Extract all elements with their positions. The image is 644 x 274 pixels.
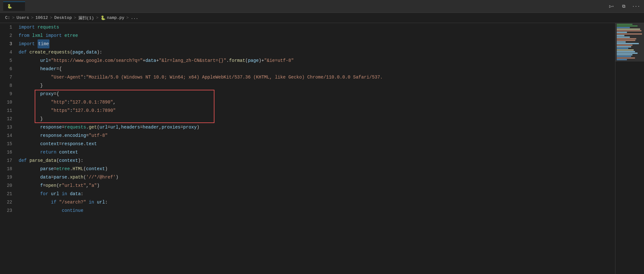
breadcrumb: C: > Users > 10612 > Desktop > 漏扫(1) > 🐍… — [0, 13, 644, 23]
line-number-5: 5 — [0, 56, 12, 65]
minimap-line — [617, 25, 638, 27]
code-line-22: if "/search?" in url: — [16, 198, 615, 206]
code-line-8: } — [16, 81, 615, 90]
code-line-14: response.encoding="utf-8" — [16, 131, 615, 140]
minimap-line — [617, 35, 624, 36]
minimap-line — [617, 37, 630, 38]
code-line-4: def create_requests(page,data): — [16, 48, 615, 56]
breadcrumb-folder[interactable]: 漏扫(1) — [78, 15, 94, 21]
line-number-23: 23 — [0, 206, 12, 215]
code-line-1: import requests — [16, 23, 615, 31]
code-line-10: "http":"127.0.0.1:7890", — [16, 98, 615, 106]
code-line-16: return context — [16, 148, 615, 156]
minimap-line — [617, 46, 631, 47]
minimap-line — [617, 24, 632, 25]
minimap-line — [617, 45, 632, 46]
line-number-12: 12 — [0, 115, 12, 123]
run-button[interactable]: ▷ ▾ — [607, 2, 616, 11]
run-chevron-icon: ▾ — [612, 4, 614, 8]
run-icon: ▷ — [609, 4, 612, 9]
minimap-line — [617, 43, 639, 44]
line-number-20: 20 — [0, 181, 12, 190]
code-line-12: } — [16, 115, 615, 123]
line-number-2: 2 — [0, 31, 12, 40]
breadcrumb-ellipsis[interactable]: ... — [131, 15, 138, 20]
minimap-line — [617, 54, 632, 55]
code-line-19: data=parse.xpath('//*/@href') — [16, 173, 615, 181]
code-line-17: def parse_data(context): — [16, 156, 615, 165]
more-actions-button[interactable]: ··· — [631, 2, 641, 11]
minimap-line — [617, 51, 635, 52]
code-line-11: "https":"127.0.0.1:7890" — [16, 106, 615, 115]
code-line-15: context=response.text — [16, 140, 615, 148]
minimap-line — [617, 53, 638, 54]
line-number-4: 4 — [0, 48, 12, 56]
breadcrumb-sep-1: > — [12, 15, 15, 20]
breadcrumb-user[interactable]: 10612 — [35, 15, 48, 20]
line-number-9: 9 — [0, 90, 12, 98]
line-number-17: 17 — [0, 156, 12, 165]
breadcrumb-drive[interactable]: C: — [5, 15, 10, 20]
breadcrumb-sep-2: > — [31, 15, 33, 20]
code-line-6: header={ — [16, 65, 615, 73]
code-line-20: f=open(r"url.txt","a") — [16, 181, 615, 190]
line-number-10: 10 — [0, 98, 12, 106]
breadcrumb-filename: namp.py — [107, 15, 125, 20]
line-number-19: 19 — [0, 173, 12, 181]
minimap-line — [617, 41, 626, 43]
line-number-11: 11 — [0, 106, 12, 115]
title-bar-right: ▷ ▾ ⧉ ··· — [607, 2, 641, 11]
line-number-16: 16 — [0, 148, 12, 156]
minimap-line — [617, 33, 642, 35]
breadcrumb-users[interactable]: Users — [16, 15, 29, 20]
more-icon: ··· — [632, 4, 640, 9]
code-line-2: from lxml import etree — [16, 31, 615, 40]
minimap-line — [617, 49, 634, 51]
breadcrumb-sep-4: > — [74, 15, 76, 20]
minimap-line — [617, 27, 630, 28]
file-tab[interactable]: 🐍 — [3, 2, 25, 11]
line-number-15: 15 — [0, 140, 12, 148]
code-line-5: url="https://www.google.com/search?q="+d… — [16, 56, 615, 65]
editor-container: 1234567891011121314151617181920212223 im… — [0, 23, 644, 274]
breadcrumb-sep-6: > — [126, 15, 129, 20]
minimap-line — [617, 29, 640, 30]
breadcrumb-sep-5: > — [96, 15, 99, 20]
breadcrumb-file[interactable]: 🐍 namp.py — [100, 15, 125, 21]
code-line-7: "User-Agent":"Mozilla/5.0 (Windows NT 10… — [16, 73, 615, 81]
title-bar: 🐍 ▷ ▾ ⧉ ··· — [0, 0, 644, 13]
minimap-line — [617, 30, 641, 31]
line-number-6: 6 — [0, 65, 12, 73]
line-numbers: 1234567891011121314151617181920212223 — [0, 23, 16, 274]
code-line-13: response=requests.get(url=url,headers=he… — [16, 123, 615, 131]
breadcrumb-python-icon: 🐍 — [100, 15, 106, 21]
minimap-line — [617, 57, 635, 59]
python-icon: 🐍 — [7, 4, 12, 9]
minimap-line — [617, 32, 627, 33]
split-icon: ⧉ — [622, 4, 625, 9]
code-line-23: continue — [16, 206, 615, 215]
breadcrumb-sep-3: > — [50, 15, 52, 20]
code-line-18: parse=etree.HTML(context) — [16, 165, 615, 173]
line-number-21: 21 — [0, 190, 12, 198]
tab-close-button[interactable] — [16, 4, 21, 9]
breadcrumb-desktop[interactable]: Desktop — [54, 15, 72, 20]
line-number-3: 3 — [0, 40, 12, 48]
minimap-line — [617, 56, 631, 57]
line-number-22: 22 — [0, 198, 12, 206]
code-line-9: proxy={ — [16, 90, 615, 98]
minimap-line — [617, 48, 628, 49]
code-area[interactable]: import requestsfrom lxml import etreeimp… — [16, 23, 615, 274]
line-number-8: 8 — [0, 81, 12, 90]
line-number-1: 1 — [0, 23, 12, 31]
line-number-18: 18 — [0, 165, 12, 173]
minimap-content — [615, 23, 644, 61]
code-line-3: import time — [16, 40, 615, 48]
minimap[interactable] — [615, 23, 644, 274]
line-number-13: 13 — [0, 123, 12, 131]
code-line-21: for url in data: — [16, 190, 615, 198]
minimap-line — [617, 59, 627, 60]
split-editor-button[interactable]: ⧉ — [619, 2, 629, 11]
minimap-line — [617, 38, 636, 39]
line-number-7: 7 — [0, 73, 12, 81]
